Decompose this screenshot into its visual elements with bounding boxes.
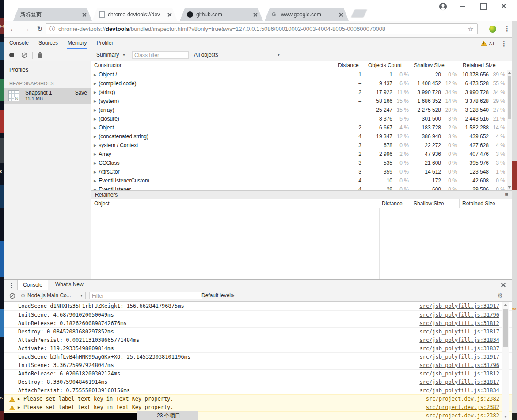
expand-triangle-icon[interactable] (94, 126, 96, 130)
heap-grid-row[interactable]: (compiled code)–9 4376 %1 408 45212 %6 4… (91, 79, 512, 88)
scroll-down-icon[interactable] (504, 416, 507, 418)
expand-triangle-icon[interactable] (94, 152, 96, 156)
page-info-icon[interactable] (49, 25, 55, 33)
console-scrollbar[interactable] (502, 302, 509, 420)
expand-triangle-icon[interactable] (94, 135, 96, 139)
column-header[interactable]: Distance (379, 199, 411, 208)
new-tab-button[interactable] (351, 10, 367, 17)
column-header[interactable]: Constructor (91, 61, 335, 70)
execution-context-select[interactable]: Node.js Main Co... (21, 290, 71, 301)
source-link[interactable]: src/jsb_polyfill.js:31917 (419, 302, 499, 310)
drawer-tab-what-s-new[interactable]: What's New (50, 280, 89, 290)
heap-grid-row[interactable]: AttrsCtor33590 %14 6120 %123 5481 % (91, 167, 512, 176)
expand-triangle-icon[interactable] (94, 73, 96, 77)
heap-grid-row[interactable]: Array22 9962 %47 9360 %407 4763 % (91, 150, 512, 159)
maximize-icon[interactable] (480, 3, 487, 10)
reload-icon[interactable] (35, 24, 45, 34)
devtools-tab-console[interactable]: Console (8, 38, 30, 49)
expand-triangle-icon[interactable] (94, 82, 96, 86)
source-link[interactable]: src/jsb_polyfill.js:31834 (419, 336, 499, 344)
devtools-tab-memory[interactable]: Memory (67, 38, 87, 49)
heap-grid-row[interactable]: system / Context36780 %22 2720 %427 6284… (91, 141, 512, 150)
heap-grid-row[interactable]: EventListenerCustom4100 %1720 %42 6080 % (91, 176, 512, 185)
column-header[interactable]: Retained Size (460, 61, 512, 70)
heap-grid-row[interactable]: (system)–58 16635 %1 686 35214 %3 378 62… (91, 97, 512, 106)
source-link[interactable]: src/jsb_polyfill.js:31812 (419, 319, 499, 327)
chevron-down-icon[interactable] (232, 294, 235, 297)
source-link[interactable]: src/jsb_polyfill.js:31834 (419, 386, 499, 394)
heap-grid-row[interactable]: (concatenated string)419 34712 %386 9403… (91, 132, 512, 141)
expand-triangle-icon[interactable] (94, 144, 96, 148)
minimize-icon[interactable] (460, 6, 465, 7)
chevron-down-icon[interactable] (122, 53, 125, 57)
expand-triangle-icon[interactable] (94, 117, 96, 121)
console-message[interactable]: Please set label text key in Text Key pr… (4, 394, 512, 403)
expand-triangle-icon[interactable] (94, 99, 96, 103)
clear-console-icon[interactable] (9, 293, 15, 301)
objects-scope-select[interactable]: All objects (194, 49, 218, 61)
column-header[interactable]: Object (91, 199, 379, 208)
profile-avatar-icon[interactable] (439, 2, 447, 12)
expand-triangle-icon[interactable] (94, 170, 96, 174)
browser-tab[interactable]: www.google.com (265, 8, 349, 21)
heap-grid-row[interactable]: (closure)–8 3765 %301 5003 %2 443 51621 … (91, 114, 512, 123)
scrollbar-thumb[interactable] (503, 309, 508, 347)
scroll-down-icon[interactable] (508, 186, 511, 189)
source-link[interactable]: src/jsb_polyfill.js:31917 (419, 353, 499, 361)
devtools-tab-profiler[interactable]: Profiler (95, 38, 114, 49)
heap-grid-row[interactable]: Object /110 %200 %10 378 65689 % (91, 70, 512, 79)
browser-tab[interactable]: 新标签页 (13, 8, 92, 21)
retainers-menu-icon[interactable] (505, 191, 508, 199)
heap-grid-row[interactable]: (string)217 92211 %3 990 72834 %3 990 72… (91, 88, 512, 97)
scrollbar-thumb[interactable] (508, 76, 511, 119)
console-settings-gear-icon[interactable] (497, 292, 503, 299)
log-levels-select[interactable]: Default levels (201, 290, 233, 301)
grid-scrollbar[interactable] (507, 70, 512, 190)
column-header[interactable]: Objects Count (365, 61, 411, 70)
chevron-down-icon[interactable] (80, 294, 83, 297)
column-header[interactable]: Distance (335, 61, 365, 70)
column-header[interactable]: Retained Size (460, 199, 512, 208)
extension-icon[interactable] (489, 26, 496, 33)
source-link[interactable]: src/jsb_polyfill.js:31837 (419, 344, 499, 352)
expand-triangle-icon[interactable] (94, 108, 96, 112)
close-tab-icon[interactable] (167, 11, 173, 18)
expand-triangle-icon[interactable] (18, 403, 20, 411)
clear-profiles-icon[interactable] (21, 52, 27, 60)
scroll-up-icon[interactable] (508, 72, 511, 74)
source-link[interactable]: src/jsb_polyfill.js:31817 (419, 328, 499, 336)
close-window-icon[interactable] (501, 3, 507, 9)
source-link[interactable]: src/project.dev.js:2382 (426, 412, 499, 420)
expand-triangle-icon[interactable] (94, 91, 96, 95)
console-filter-input[interactable] (89, 292, 202, 299)
save-snapshot-link[interactable]: Save (75, 90, 87, 96)
close-drawer-icon[interactable] (500, 282, 506, 288)
expand-triangle-icon[interactable] (18, 395, 20, 403)
scroll-up-icon[interactable] (504, 304, 507, 306)
source-link[interactable]: src/project.dev.js:2382 (426, 403, 499, 411)
back-icon[interactable] (8, 24, 18, 34)
close-tab-icon[interactable] (338, 11, 344, 18)
source-link[interactable]: src/jsb_polyfill.js:31796 (419, 311, 499, 319)
bookmark-star-icon[interactable] (468, 25, 474, 33)
source-link[interactable]: src/jsb_polyfill.js:31812 (419, 370, 499, 378)
drawer-menu-icon[interactable] (8, 281, 15, 289)
close-tab-icon[interactable] (252, 11, 258, 18)
expand-triangle-icon[interactable] (94, 161, 96, 165)
column-header[interactable]: Shallow Size (411, 61, 460, 70)
record-heap-snapshot-icon[interactable] (9, 53, 14, 57)
delete-snapshot-icon[interactable] (38, 52, 43, 60)
devtools-tab-sources[interactable]: Sources (38, 38, 59, 49)
address-bar[interactable]: chrome-devtools:// devtools /bundled/ins… (46, 23, 478, 34)
expand-triangle-icon[interactable] (94, 179, 96, 183)
heap-grid-row[interactable]: CCClass35350 %21 6080 %395 9763 % (91, 159, 512, 167)
snapshot-list-item[interactable]: Snapshot 1 11.1 MB Save (4, 88, 91, 104)
perspective-select[interactable]: Summary (96, 49, 119, 61)
heap-grid-row[interactable]: Object26 6674 %183 7282 %1 582 28814 % (91, 123, 512, 132)
column-header[interactable]: Shallow Size (411, 199, 460, 208)
drawer-tab-console[interactable]: Console (17, 280, 48, 290)
browser-menu-icon[interactable] (504, 25, 510, 33)
source-link[interactable]: src/jsb_polyfill.js:31817 (419, 378, 499, 386)
browser-tab[interactable]: chrome-devtools://dev (92, 8, 177, 21)
warning-badge[interactable]: 23 (481, 38, 494, 49)
